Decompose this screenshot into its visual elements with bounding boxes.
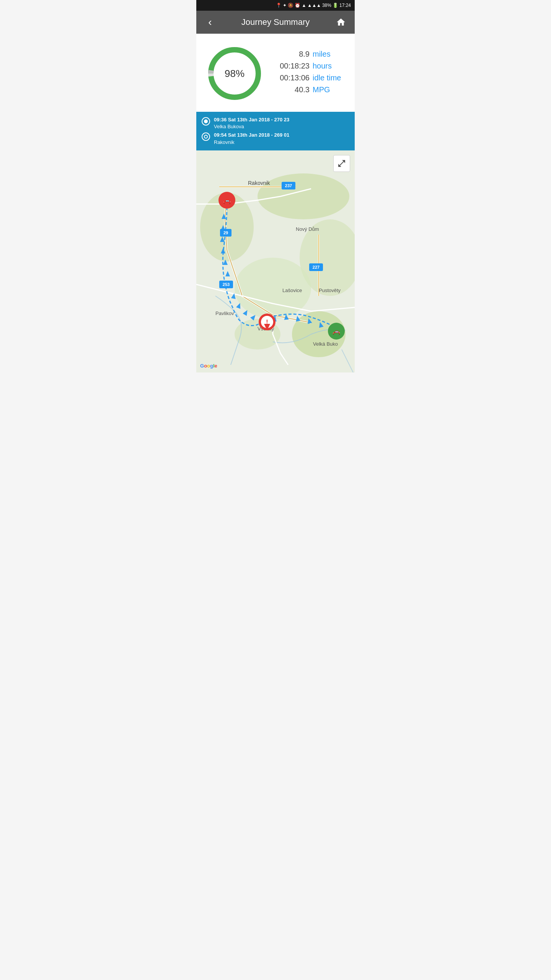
stats-section: 98% 8.9 miles 00:18:23 hours 00:13:06 id…: [196, 34, 355, 112]
mpg-row: 40.3 MPG: [273, 85, 347, 94]
page-title: Journey Summary: [218, 17, 333, 27]
expand-icon: [337, 159, 346, 168]
svg-text:Pavlikov: Pavlikov: [215, 310, 234, 316]
end-stop-icon: [202, 132, 210, 141]
location-icon: 📍: [276, 3, 282, 8]
svg-text:Pustověty: Pustověty: [319, 287, 341, 293]
map-svg: 237 227 253 29 Rakovnik Nový Dům Lašovic…: [196, 150, 355, 372]
miles-row: 8.9 miles: [273, 50, 347, 59]
wifi-icon: ▲: [302, 3, 306, 8]
mute-icon: 🔕: [288, 3, 293, 8]
svg-text:Velká Buko: Velká Buko: [313, 341, 338, 347]
miles-label: miles: [313, 50, 347, 59]
google-o1: o: [204, 363, 207, 369]
hours-label: hours: [313, 62, 347, 70]
svg-text:227: 227: [313, 265, 320, 270]
hours-row: 00:18:23 hours: [273, 62, 347, 70]
mpg-value: 40.3: [295, 85, 310, 94]
start-stop-text: 09:36 Sat 13th Jan 2018 - 270 23 Velka B…: [214, 116, 289, 130]
google-e: e: [215, 363, 217, 369]
idle-time-row: 00:13:06 idle time: [273, 74, 347, 82]
start-location: Velka Bukova: [214, 123, 289, 130]
clock: 17:24: [339, 3, 351, 8]
map-section: 237 227 253 29 Rakovnik Nový Dům Lašovic…: [196, 150, 355, 372]
app-header: ‹ Journey Summary: [196, 11, 355, 34]
end-icon-inner: [204, 135, 208, 139]
home-icon: [336, 17, 346, 27]
battery-percent: 38%: [322, 3, 331, 8]
percentage-text: 98%: [225, 68, 245, 80]
google-logo: Google: [200, 363, 217, 369]
end-stop-text: 09:54 Sat 13th Jan 2018 - 269 01 Rakovni…: [214, 132, 289, 145]
end-time: 09:54 Sat 13th Jan 2018 - 269 01: [214, 132, 289, 139]
end-location: Rakovnik: [214, 139, 289, 146]
stats-table: 8.9 miles 00:18:23 hours 00:13:06 idle t…: [273, 50, 347, 97]
start-stop-icon: [202, 117, 210, 126]
journey-stops: 09:36 Sat 13th Jan 2018 - 270 23 Velka B…: [202, 116, 349, 146]
svg-text:253: 253: [223, 282, 230, 287]
home-button[interactable]: [333, 15, 349, 30]
signal-icon: ▲▲▲: [307, 3, 321, 8]
expand-map-button[interactable]: [333, 155, 350, 172]
status-bar: 📍 ✦ 🔕 ⏰ ▲ ▲▲▲ 38% 🔋 17:24: [196, 0, 355, 11]
end-stop-row: 09:54 Sat 13th Jan 2018 - 269 01 Rakovni…: [202, 132, 319, 145]
google-g: G: [200, 363, 204, 369]
svg-text:Rakovnik: Rakovnik: [248, 180, 271, 186]
idle-time-label: idle time: [313, 74, 347, 82]
google-o2: o: [207, 363, 210, 369]
miles-value: 8.9: [299, 50, 310, 59]
svg-text:Nový Dům: Nový Dům: [296, 226, 319, 232]
hours-value: 00:18:23: [280, 62, 310, 70]
google-g2: g: [210, 363, 213, 369]
svg-text:237: 237: [285, 183, 292, 188]
svg-text:29: 29: [223, 230, 228, 235]
svg-text:Lašovice: Lašovice: [282, 287, 302, 293]
battery-icon: 🔋: [333, 3, 338, 8]
back-icon: ‹: [208, 16, 212, 28]
svg-point-4: [258, 173, 349, 219]
back-button[interactable]: ‹: [202, 15, 218, 30]
status-icons: 📍 ✦ 🔕 ⏰ ▲ ▲▲▲ 38% 🔋 17:24: [276, 3, 351, 8]
alarm-icon: ⏰: [295, 3, 300, 8]
mpg-label: MPG: [313, 85, 347, 94]
journey-card: 09:36 Sat 13th Jan 2018 - 270 23 Velka B…: [196, 112, 355, 372]
start-stop-row: 09:36 Sat 13th Jan 2018 - 270 23 Velka B…: [202, 116, 319, 130]
donut-chart: 98%: [204, 43, 265, 104]
idle-time-value: 00:13:06: [280, 74, 310, 82]
start-icon-inner: [204, 119, 208, 123]
bluetooth-icon: ✦: [283, 3, 287, 8]
start-time: 09:36 Sat 13th Jan 2018 - 270 23: [214, 116, 289, 123]
